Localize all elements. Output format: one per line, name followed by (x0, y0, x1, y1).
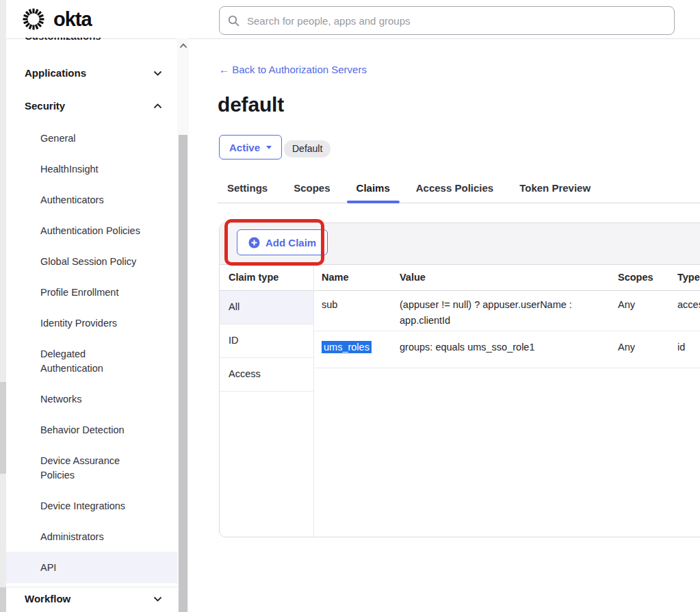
claim-row-sub: sub (appuser != null) ? appuser.userName… (314, 291, 700, 331)
tab-access-policies[interactable]: Access Policies (406, 175, 503, 203)
sidebar-item-general[interactable]: General (40, 131, 76, 146)
okta-sunburst-icon (21, 6, 47, 32)
sidebar-active-item-highlight (6, 552, 177, 583)
column-header-value: Value (392, 265, 610, 290)
okta-wordmark: okta (53, 6, 92, 32)
claim-type-filter: Claim type All ID Access (220, 265, 314, 538)
claim-type-access[interactable]: Access (220, 358, 313, 392)
sidebar-scrollbar-thumb[interactable] (179, 135, 187, 612)
sidebar-item-customizations[interactable]: Customizations (25, 38, 141, 43)
sidebar-item-applications[interactable]: Applications (25, 67, 86, 79)
sidebar-item-delegated-authentication[interactable]: Delegated Authentication (40, 347, 129, 376)
column-header-name: Name (314, 265, 392, 290)
sidebar-item-profile-enrollment[interactable]: Profile Enrollment (40, 285, 118, 300)
sidebar-item-authenticators[interactable]: Authenticators (40, 193, 104, 207)
tab-bar: Settings Scopes Claims Access Policies T… (218, 175, 700, 203)
claim-scopes: Any (610, 291, 670, 331)
caret-down-icon (266, 146, 272, 149)
claim-name: ums_roles (314, 331, 392, 368)
okta-admin-console: okta Customizations Applications Securit… (0, 0, 700, 612)
sidebar-item-global-session-policy[interactable]: Global Session Policy (40, 255, 136, 269)
claims-table: Name Value Scopes Type sub (appuser != n… (314, 265, 700, 538)
claim-name: sub (314, 291, 392, 331)
window-edge-scrollbar-thumb (0, 587, 6, 612)
claim-row-ums-roles: ums_roles groups: equals ums_sso_role1 A… (314, 331, 700, 368)
claims-table-header: Name Value Scopes Type (314, 265, 700, 291)
page-title: default (218, 93, 284, 116)
sidebar-item-behavior-detection[interactable]: Behavior Detection (40, 423, 125, 437)
claim-type-all[interactable]: All (220, 291, 313, 324)
okta-logo[interactable]: okta (21, 6, 92, 32)
chevron-up-icon[interactable] (153, 103, 162, 109)
tab-token-preview[interactable]: Token Preview (510, 175, 600, 203)
back-link[interactable]: ← Back to Authorization Servers (219, 64, 367, 75)
plus-circle-icon (248, 237, 260, 248)
default-badge: Default (284, 140, 330, 157)
column-header-scopes: Scopes (610, 265, 670, 290)
sidebar-item-authentication-policies[interactable]: Authentication Policies (40, 224, 140, 238)
tab-scopes[interactable]: Scopes (284, 175, 339, 203)
claims-body: Claim type All ID Access Name Value Scop… (220, 265, 700, 538)
sidebar-item-api[interactable]: API (40, 561, 56, 575)
sidebar-item-networks[interactable]: Networks (40, 392, 81, 407)
claim-type-header: Claim type (220, 265, 313, 291)
sidebar-item-healthinsight[interactable]: HealthInsight (40, 162, 99, 177)
claim-value: (appuser != null) ? appuser.userName : a… (392, 291, 610, 331)
claim-scopes: Any (610, 331, 670, 368)
sidebar-item-device-assurance-policies[interactable]: Device Assurance Policies (40, 454, 129, 483)
sidebar-item-workflow[interactable]: Workflow (25, 593, 70, 604)
selected-text: ums_roles (322, 341, 372, 353)
global-search[interactable] (219, 6, 675, 35)
sidebar-section-divider (6, 587, 177, 587)
sidebar-item-device-integrations[interactable]: Device Integrations (40, 499, 125, 513)
claim-type: access (670, 291, 700, 331)
status-dropdown-button[interactable]: Active (219, 135, 282, 160)
window-edge-scrollbar (0, 0, 6, 612)
add-claim-label: Add Claim (265, 237, 316, 248)
window-edge-scrollbar-thumb (0, 382, 6, 474)
scroll-up-icon[interactable] (179, 42, 187, 49)
claim-type-id[interactable]: ID (220, 324, 313, 358)
tab-settings[interactable]: Settings (218, 175, 277, 203)
search-input[interactable] (246, 14, 666, 27)
search-icon (228, 15, 239, 27)
sidebar-item-identity-providers[interactable]: Identity Providers (40, 316, 117, 331)
sidebar-item-security[interactable]: Security (25, 100, 65, 112)
add-claim-button[interactable]: Add Claim (237, 229, 328, 255)
claims-panel: Add Claim Claim type All ID Access Name … (219, 222, 700, 537)
claim-value: groups: equals ums_sso_role1 (392, 331, 610, 368)
chevron-down-icon[interactable] (153, 71, 162, 76)
tab-claims[interactable]: Claims (347, 175, 400, 203)
chevron-down-icon[interactable] (153, 596, 162, 602)
status-label: Active (229, 142, 260, 153)
sidebar-item-administrators[interactable]: Administrators (40, 530, 104, 544)
claims-toolbar: Add Claim (220, 223, 700, 265)
topbar: okta (6, 0, 700, 39)
claim-type: id (670, 331, 700, 368)
column-header-type: Type (670, 265, 700, 290)
